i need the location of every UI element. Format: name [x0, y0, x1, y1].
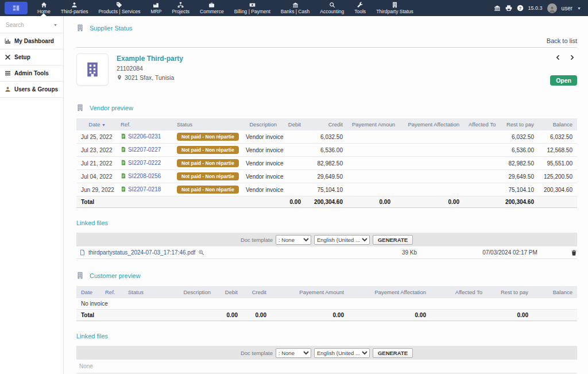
table-row: Jul 23, 2022 SI2207-0227 Not paid - Non … [76, 144, 577, 157]
tools-icon [5, 54, 11, 60]
invoice-ref-link[interactable]: SI2206-0231 [121, 133, 161, 140]
cell-date: Jul 21, 2022 [76, 157, 110, 170]
building-icon [392, 2, 398, 8]
building-icon [84, 61, 100, 78]
logo-glyph [11, 5, 21, 11]
app-logo[interactable] [5, 2, 28, 14]
nav-item-thirdparty-status[interactable]: Thirdparty Status [371, 0, 419, 16]
nav-item-products-services[interactable]: Products | Services [93, 0, 145, 16]
invoice-ref-link[interactable]: SI2207-0222 [121, 160, 161, 166]
nav-label: Third-parties [61, 9, 88, 14]
col-balance: Balance [533, 286, 577, 298]
invoice-ref-link[interactable]: SI2207-0227 [121, 146, 161, 153]
generate-button[interactable]: GENERATE [373, 348, 413, 358]
col-status: Status [172, 118, 241, 130]
col-credit: Credit [305, 118, 347, 130]
sort-date[interactable]: Date [88, 121, 100, 128]
document-generation-bar: Doc template : None English (United ... … [76, 346, 577, 360]
cell-date: Jul 23, 2022 [76, 144, 110, 157]
cell-affected-to [464, 183, 500, 196]
file-size: 39 Kb [363, 249, 455, 256]
navbar-right: 15.0.3 user ▼ [494, 0, 588, 16]
sidebar-item-admin-tools[interactable]: Admin Tools [0, 65, 63, 82]
doc-template-select[interactable]: : None [276, 348, 311, 358]
nav-label: Banks | Cash [281, 9, 310, 14]
nav-item-home[interactable]: Home [32, 0, 56, 16]
sort-caret-icon: ▼ [102, 123, 106, 127]
chevron-left-icon[interactable] [555, 55, 561, 60]
cell-credit: 29,649.50 [305, 170, 347, 183]
home-icon [41, 2, 47, 8]
nav-item-projects[interactable]: Projects [167, 0, 195, 16]
linked-files-title[interactable]: Linked files [76, 333, 577, 340]
file-date: 07/03/2024 02:17 PM [455, 249, 564, 256]
col-affected-to: Affected To [464, 118, 500, 130]
chevron-right-icon[interactable] [569, 55, 575, 60]
printer-icon[interactable] [505, 5, 512, 11]
bank-icon[interactable] [494, 5, 501, 11]
cell-balance: 6,032.50 [539, 130, 577, 144]
sidebar-item-setup[interactable]: Setup [0, 49, 63, 65]
cell-description [172, 310, 215, 321]
doc-language-select[interactable]: English (United ... [314, 235, 370, 245]
search-input[interactable] [6, 22, 46, 28]
cell-affected-to [464, 144, 500, 157]
invoice-ref-link[interactable]: SI2208-0256 [121, 173, 161, 179]
tag-icon [116, 2, 122, 8]
total-row: Total 0.00 200,304.60 0.00 0.00 200,304.… [76, 196, 577, 208]
sort-date[interactable]: Date [81, 289, 92, 295]
linked-files-title[interactable]: Linked files [76, 219, 577, 226]
total-label: Total [76, 196, 172, 208]
not-paid-badge: Not paid - Non répartie [177, 146, 239, 154]
no-linked-files: None [76, 360, 577, 373]
invoice-ref-link[interactable]: SI2207-0218 [121, 186, 161, 192]
page-header: Supplier Status [76, 24, 577, 32]
cell-rest-to-pay: 6,536.00 [500, 144, 539, 157]
sidebar-item-users-groups[interactable]: Users & Groups [0, 82, 63, 98]
nav-item-mrp[interactable]: MRP [145, 0, 167, 16]
chevron-down-icon: ▼ [577, 6, 581, 10]
bill-icon [249, 2, 256, 8]
sidebar-search: ▼ [0, 16, 63, 33]
preview-zoom-icon[interactable] [198, 249, 204, 256]
nav-item-banks-cash[interactable]: Banks | Cash [276, 0, 315, 16]
help-icon[interactable] [517, 5, 524, 11]
nav-item-billing-payment[interactable]: Billing | Payment [229, 0, 276, 16]
nav-label: Commerce [200, 9, 224, 14]
table-header-row: Date ▼ Ref. Status Description Debit Cre… [76, 118, 577, 130]
thirdparty-code: 21102084 [117, 65, 183, 72]
nav-item-accounting[interactable]: Accounting [315, 0, 349, 16]
sidebar-item-my-dashboard[interactable]: My Dashboard [0, 33, 63, 49]
cell-date: Jul 04, 2022 [76, 170, 110, 183]
person-icon [5, 86, 11, 92]
trash-icon[interactable] [571, 249, 577, 256]
doc-language-select[interactable]: English (United ... [314, 348, 370, 358]
record-pager [555, 55, 577, 60]
nav-item-third-parties[interactable]: Third-parties [56, 0, 94, 16]
col-ref: Ref. [110, 118, 172, 130]
cell-status: Not paid - Non répartie [172, 183, 241, 196]
user-menu[interactable]: user [562, 5, 572, 11]
doc-template-select[interactable]: : None [276, 235, 311, 245]
sort-ref[interactable]: Ref. [105, 289, 115, 295]
back-to-list-link[interactable]: Back to list [547, 37, 577, 44]
user-avatar[interactable] [547, 3, 557, 13]
col-description: Description [241, 118, 281, 130]
cell-status [172, 196, 241, 208]
generate-button[interactable]: GENERATE [373, 235, 413, 245]
nav-item-commerce[interactable]: Commerce [195, 0, 229, 16]
thirdparty-location: 3021 Sfax, Tunisia [117, 74, 183, 81]
thirdparty-name-link[interactable]: Example Third-party [117, 55, 183, 63]
factory-icon [153, 2, 159, 8]
file-link[interactable]: thirdpartystatus_2024-07-03_17:17:46.pdf [88, 249, 195, 256]
total-credit: 200,304.60 [305, 196, 347, 208]
cell-description: Vendor invoice [241, 144, 281, 157]
sidebar-item-label: My Dashboard [14, 38, 54, 44]
sort-ref[interactable]: Ref. [121, 121, 130, 128]
magnifier-icon [329, 2, 335, 8]
cell-payment-amount [347, 183, 395, 196]
chevron-down-icon[interactable]: ▼ [53, 23, 57, 27]
nav-item-tools[interactable]: Tools [349, 0, 371, 16]
cell-status: Not paid - Non répartie [172, 157, 241, 170]
building-icon [76, 272, 84, 279]
